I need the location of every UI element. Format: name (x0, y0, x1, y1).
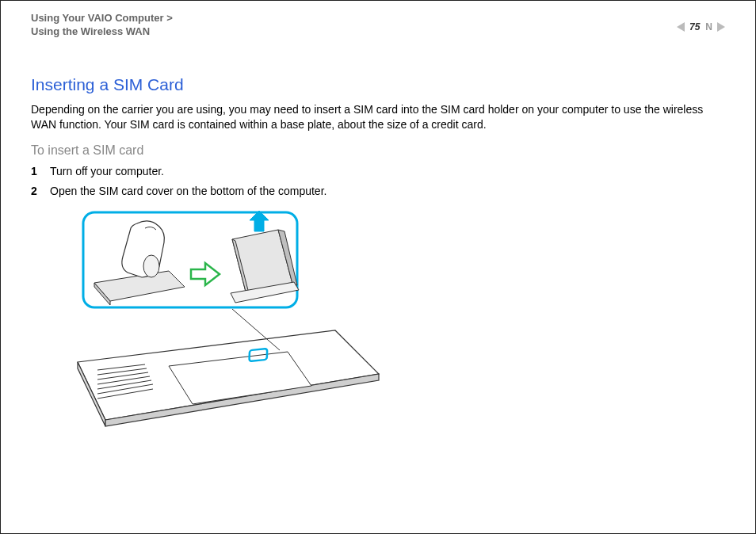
next-page-icon[interactable] (717, 22, 725, 32)
page-nav: 75 N (677, 21, 725, 32)
instruction-figure (50, 208, 725, 429)
page-header: Using Your VAIO Computer > Using the Wir… (31, 12, 725, 44)
step-text: Turn off your computer. (50, 164, 164, 180)
svg-point-16 (143, 255, 159, 277)
section-heading: Inserting a SIM Card (31, 75, 725, 94)
step-text: Open the SIM card cover on the bottom of… (50, 184, 326, 200)
breadcrumb-sep: > (166, 12, 173, 24)
sim-cover-illustration (50, 208, 391, 429)
breadcrumb: Using Your VAIO Computer > Using the Wir… (31, 12, 725, 39)
step-number: 1 (31, 164, 50, 180)
procedure-heading: To insert a SIM card (31, 143, 725, 158)
step-row: 2 Open the SIM card cover on the bottom … (31, 184, 725, 200)
breadcrumb-section: Using the Wireless WAN (31, 25, 150, 37)
next-marker: N (705, 21, 712, 32)
step-number: 2 (31, 184, 50, 200)
prev-page-icon[interactable] (677, 22, 685, 32)
breadcrumb-ch: Using Your VAIO Computer (31, 12, 164, 24)
page-content: Inserting a SIM Card Depending on the ca… (31, 75, 725, 429)
step-row: 1 Turn off your computer. (31, 164, 725, 180)
manual-page: Using Your VAIO Computer > Using the Wir… (0, 0, 756, 534)
page-number: 75 (689, 21, 700, 32)
intro-paragraph: Depending on the carrier you are using, … (31, 102, 725, 132)
